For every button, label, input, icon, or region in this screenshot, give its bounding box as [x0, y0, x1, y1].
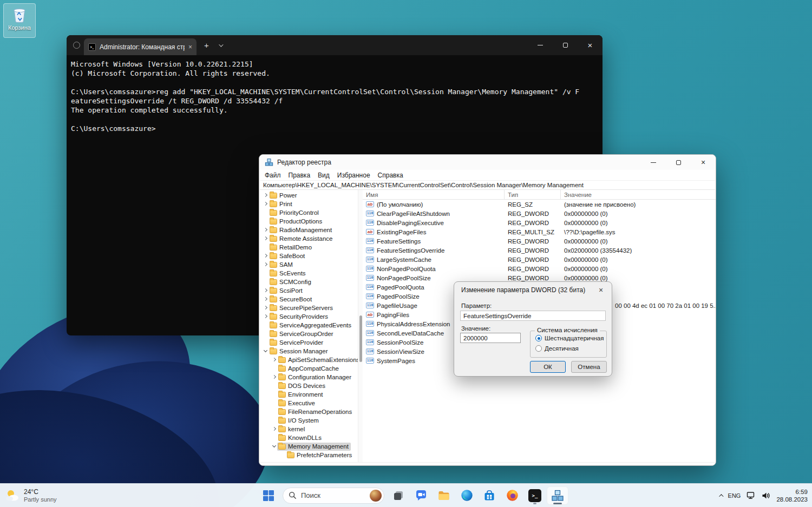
tree-item-scmconfig[interactable]: SCMConfig: [259, 278, 358, 286]
chevron-right-icon[interactable]: [263, 305, 269, 311]
maximize-button[interactable]: [666, 155, 691, 170]
radio-hexadecimal[interactable]: Шестнадцатеричная: [535, 335, 604, 341]
tree-item-knowndlls[interactable]: KnownDLLs: [259, 433, 358, 442]
search-highlight-image[interactable]: [370, 490, 382, 502]
chevron-down-icon[interactable]: [263, 348, 269, 354]
tree-item-remote-assistance[interactable]: Remote Assistance: [259, 234, 358, 243]
terminal-titlebar[interactable]: >_ Administrator: Командная стр × + ×: [67, 35, 603, 55]
tree-item-dos-devices[interactable]: DOS Devices: [259, 381, 358, 390]
task-view-button[interactable]: [388, 486, 409, 505]
registry-value-row-featuresettings[interactable]: FeatureSettingsREG_DWORD0x00000000 (0): [363, 236, 716, 246]
tree-item-power[interactable]: Power: [259, 191, 358, 200]
clock[interactable]: 6:59 28.08.2023: [776, 488, 808, 503]
recycle-bin[interactable]: Корзина: [3, 3, 36, 38]
ok-button[interactable]: ОК: [530, 361, 566, 373]
chevron-down-icon[interactable]: [271, 444, 277, 450]
registry-value-row-largesystemcache[interactable]: LargeSystemCacheREG_DWORD0x00000000 (0): [363, 255, 716, 264]
column-header-name[interactable]: Имя: [363, 190, 505, 199]
tree-scrollbar[interactable]: [358, 190, 363, 462]
regedit-address-bar[interactable]: Компьютер\HKEY_LOCAL_MACHINE\SYSTEM\Curr…: [260, 180, 715, 190]
tree-item-productoptions[interactable]: ProductOptions: [259, 217, 358, 226]
param-name-field[interactable]: FeatureSettingsOverride: [460, 311, 606, 321]
maximize-button[interactable]: [553, 35, 578, 55]
menu-item-favorites[interactable]: Избранное: [333, 172, 374, 179]
tree-item-configuration-manager[interactable]: Configuration Manager: [259, 373, 358, 381]
network-icon[interactable]: [746, 491, 756, 499]
file-explorer-button[interactable]: [433, 486, 455, 505]
chevron-right-icon[interactable]: [263, 201, 269, 207]
start-button[interactable]: [258, 486, 279, 505]
registry-value-row-featuresettingsoverride[interactable]: FeatureSettingsOverrideREG_DWORD0x020000…: [363, 246, 716, 255]
dialog-close-icon[interactable]: ×: [595, 285, 607, 295]
tab-dropdown-icon[interactable]: [217, 42, 224, 49]
tree-item-securityproviders[interactable]: SecurityProviders: [259, 312, 358, 321]
tree-item-sam[interactable]: SAM: [259, 260, 358, 269]
search-box[interactable]: Поиск: [283, 488, 384, 504]
chevron-right-icon[interactable]: [263, 193, 269, 199]
tree-item-apisetschemaextensions[interactable]: ApiSetSchemaExtensions: [259, 355, 358, 364]
tree-item-secureboot[interactable]: SecureBoot: [259, 295, 358, 304]
new-tab-button[interactable]: +: [204, 41, 209, 50]
tree-item-securepipeservers[interactable]: SecurePipeServers: [259, 304, 358, 312]
minimize-button[interactable]: [528, 35, 553, 55]
tree-item-prefetchparameters[interactable]: PrefetchParameters: [259, 451, 358, 459]
tree-item-scevents[interactable]: ScEvents: [259, 269, 358, 278]
volume-icon[interactable]: [762, 492, 770, 499]
menu-item-help[interactable]: Справка: [374, 172, 407, 179]
hidden-icons-button[interactable]: [719, 494, 722, 497]
terminal-tab[interactable]: >_ Administrator: Командная стр ×: [84, 38, 197, 55]
close-button[interactable]: ×: [578, 35, 603, 55]
column-header-type[interactable]: Тип: [505, 190, 561, 199]
registry-value-row-default[interactable]: (По умолчанию)REG_SZ(значение не присвое…: [363, 200, 716, 209]
tree-item-filerenameoperations[interactable]: FileRenameOperations: [259, 407, 358, 416]
language-indicator[interactable]: ENG: [728, 492, 741, 499]
registry-value-row-nonpagedpoolquota[interactable]: NonPagedPoolQuotaREG_DWORD0x00000000 (0): [363, 264, 716, 273]
tree-item-radiomanagement[interactable]: RadioManagement: [259, 226, 358, 234]
registry-value-row-disablepagingexecutive[interactable]: DisablePagingExecutiveREG_DWORD0x0000000…: [363, 218, 716, 227]
chevron-right-icon[interactable]: [263, 288, 269, 294]
tree-item-executive[interactable]: Executive: [259, 399, 358, 407]
tree-item-session-manager[interactable]: Session Manager: [259, 347, 358, 355]
chevron-right-icon[interactable]: [263, 253, 269, 259]
tree-item-i-o-system[interactable]: I/O System: [259, 416, 358, 425]
tree-item-servicegrouporder[interactable]: ServiceGroupOrder: [259, 330, 358, 338]
chevron-right-icon[interactable]: [271, 426, 277, 432]
chat-button[interactable]: [410, 486, 432, 505]
registry-value-row-existingpagefiles[interactable]: ExistingPageFilesREG_MULTI_SZ\??\D:\page…: [363, 227, 716, 236]
tree-item-memory-management[interactable]: Memory Management: [259, 442, 358, 451]
weather-widget[interactable]: 24°C Partly sunny: [4, 486, 57, 505]
menu-item-edit[interactable]: Правка: [285, 172, 315, 179]
menu-item-file[interactable]: Файл: [261, 172, 285, 179]
chevron-right-icon[interactable]: [271, 374, 277, 380]
tree-item-environment[interactable]: Environment: [259, 390, 358, 399]
tree-item-print[interactable]: Print: [259, 200, 358, 208]
tree-item-retaildemo[interactable]: RetailDemo: [259, 243, 358, 252]
regedit-titlebar[interactable]: Редактор реестра ×: [259, 155, 716, 170]
chevron-right-icon[interactable]: [263, 236, 269, 242]
value-input[interactable]: 2000000: [460, 333, 521, 343]
chevron-right-icon[interactable]: [271, 357, 277, 363]
store-button[interactable]: [479, 486, 500, 505]
firefox-button[interactable]: [501, 486, 523, 505]
menu-item-view[interactable]: Вид: [314, 172, 333, 179]
cancel-button[interactable]: Отмена: [571, 361, 607, 373]
tree-item-serviceaggregatedevents[interactable]: ServiceAggregatedEvents: [259, 321, 358, 330]
tree-item-appcompatcache[interactable]: AppCompatCache: [259, 364, 358, 373]
edge-button[interactable]: [456, 486, 477, 505]
chevron-right-icon[interactable]: [263, 314, 269, 320]
chevron-right-icon[interactable]: [263, 297, 269, 302]
chevron-right-icon[interactable]: [263, 227, 269, 233]
tree-item-serviceprovider[interactable]: ServiceProvider: [259, 338, 358, 347]
regedit-taskbar-button[interactable]: [547, 486, 568, 505]
chevron-right-icon[interactable]: [263, 262, 269, 268]
close-button[interactable]: ×: [691, 155, 716, 170]
terminal-taskbar-button[interactable]: >_: [524, 486, 546, 505]
tree-item-prioritycontrol[interactable]: PriorityControl: [259, 208, 358, 217]
column-header-value[interactable]: Значение: [561, 190, 716, 199]
radio-decimal[interactable]: Десятичная: [535, 345, 579, 352]
minimize-button[interactable]: [641, 155, 666, 170]
tree-item-scsiport[interactable]: ScsiPort: [259, 286, 358, 295]
tree-item-safeboot[interactable]: SafeBoot: [259, 252, 358, 260]
tab-close-icon[interactable]: ×: [188, 43, 192, 51]
registry-value-row-clearpagefileatshutdown[interactable]: ClearPageFileAtShutdownREG_DWORD0x000000…: [363, 209, 716, 218]
